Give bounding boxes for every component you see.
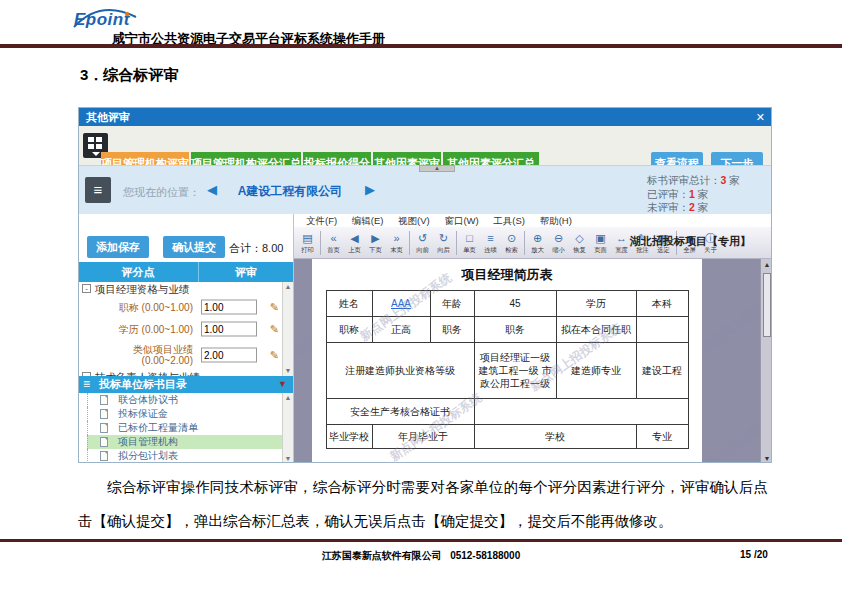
tree-item[interactable]: 拟分包计划表 — [87, 449, 282, 463]
bid-doc-tree-header[interactable]: ≡ 投标单位标书目录 ▼ — [79, 376, 293, 393]
scroll-down-icon[interactable]: ▼ — [761, 455, 772, 462]
collapse-minus-icon[interactable]: - — [82, 284, 91, 293]
grid-dots — [88, 137, 103, 148]
dialog-titlebar: 其他评审 — [79, 108, 772, 126]
tab-strip: 项目管理机构评审 项目管理机构评分汇总 投标报价得分 其他因素评审 其他因素评分… — [79, 126, 772, 165]
menu-view[interactable]: 视图(V) — [398, 215, 430, 226]
page-scrollbar[interactable]: ▲ ▼ — [760, 259, 772, 463]
scroll-down-icon[interactable]: ▼ — [283, 454, 293, 463]
add-save-button[interactable]: 添加保存 — [87, 236, 149, 258]
scroll-down-icon[interactable]: ▼ — [283, 366, 293, 376]
context-bar: ≡ 您现在的位置： ◀ A建设工程有限公司 ▶ 标书评审总计：3 家 已评审：1… — [79, 165, 772, 214]
toolbar-separator — [524, 231, 525, 255]
col-review: 评审 — [198, 262, 293, 282]
last-page-icon[interactable]: »末页 — [386, 233, 407, 253]
menu-edit[interactable]: 编辑(E) — [352, 215, 384, 226]
next-company-icon[interactable]: ▶ — [365, 182, 375, 197]
bid-doc-tree: 联合体协议书 投标保证金 已标价工程量清单 项目管理机构 — [79, 393, 282, 463]
dialog-main: ▲ 添加保存 确认提交 合计：8.00 评分点 评审 - 项目经理资格与业绩 — [79, 214, 772, 463]
footer-company-line: 江苏国泰新点软件有限公司 0512-58188000 — [0, 549, 842, 563]
score-input[interactable] — [201, 300, 257, 315]
manual-page: Epoint 咸宁市公共资源电子交易平台评标系统操作手册 3．综合标评审 其他评… — [0, 0, 842, 595]
document-icon — [100, 395, 108, 405]
edit-pencil-icon[interactable]: ✎ — [270, 323, 279, 336]
section-heading: 3．综合标评审 — [80, 66, 178, 85]
menu-help[interactable]: 帮助(H) — [540, 215, 572, 226]
tree-item-selected[interactable]: 项目管理机构 — [87, 435, 282, 449]
close-icon[interactable]: ✕ — [756, 108, 765, 126]
stat-unreviewed: 未评审：2 家 — [647, 201, 765, 215]
total-score: 合计：8.00 — [229, 241, 283, 256]
stat-total: 标书评审总计：3 家 — [647, 174, 765, 188]
search-icon[interactable]: ⊙检索 — [501, 233, 522, 253]
footer-phone: 0512-58188000 — [450, 550, 520, 561]
edit-pencil-icon[interactable]: ✎ — [270, 301, 279, 314]
tree-item[interactable]: 已标价工程量清单 — [87, 421, 282, 435]
score-group-row[interactable]: - 项目经理资格与业绩 — [79, 282, 293, 296]
chevron-down-icon[interactable]: ▼ — [278, 376, 287, 393]
viewer-menubar: 文件(F) 编辑(E) 视图(V) 窗口(W) 工具(S) 帮助(H) — [294, 214, 772, 227]
table-row: 注册建造师执业资格等级 项目经理证一级 建筑工程一级 市政公用工程一级 建造师专… — [326, 343, 688, 399]
document-icon — [100, 409, 108, 419]
collapse-handle-icon[interactable]: ▲ — [419, 165, 455, 172]
continuous-icon[interactable]: ≡连续 — [480, 233, 501, 253]
score-row: 类似项目业绩 (0.00~2.00) ✎ — [79, 340, 293, 370]
score-row: 职称 (0.00~1.00) ✎ — [79, 296, 293, 318]
score-row: 学历 (0.00~1.00) ✎ — [79, 318, 293, 340]
first-page-icon[interactable]: «首页 — [323, 233, 344, 253]
score-rows: - 项目经理资格与业绩 职称 (0.00~1.00) ✎ 学历 (0.00~1.… — [79, 282, 293, 376]
confirm-submit-button[interactable]: 确认提交 — [163, 236, 225, 258]
document-page: 新点网上招投标系统 新点网上招投标系统 新点网上招投标系统 项目经理简历表 姓名… — [312, 259, 702, 463]
body-paragraph: 综合标评审操作同技术标评审，综合标评分时需要对各家单位的每个评分因素进行评分，评… — [78, 470, 768, 538]
document-icon — [100, 437, 108, 447]
document-viewer: 文件(F) 编辑(E) 视图(V) 窗口(W) 工具(S) 帮助(H) ▤打印 … — [294, 214, 772, 463]
next-page-icon[interactable]: ▶下页 — [365, 233, 386, 253]
stat-reviewed: 已评审：1 家 — [647, 188, 765, 202]
tree-scrollbar[interactable]: ▲ ▼ — [282, 393, 293, 463]
document-icon — [100, 423, 108, 433]
table-row: 职称 正高 职务 职务 拟在本合同任职 — [326, 317, 688, 343]
toolbar-separator — [320, 231, 321, 255]
name-link[interactable]: AAA — [372, 291, 430, 317]
resume-table: 姓名 AAA 年龄 45 学历 本科 职称 正高 职务 — [326, 290, 689, 449]
footer-page-number: 15 /20 — [740, 549, 768, 560]
scrollbar-thumb[interactable] — [763, 273, 771, 337]
dialog-title: 其他评审 — [86, 111, 130, 123]
forward-icon[interactable]: ↻向后 — [433, 233, 454, 253]
score-input[interactable] — [201, 322, 257, 337]
toolbar-separator — [409, 231, 410, 255]
edit-pencil-icon[interactable]: ✎ — [270, 349, 279, 362]
scroll-up-icon[interactable]: ▲ — [283, 282, 293, 292]
zoom-in-icon[interactable]: ⊕放大 — [527, 233, 548, 253]
scroll-up-icon[interactable]: ▲ — [761, 261, 772, 268]
location-label: 您现在的位置： — [123, 185, 200, 200]
zoom-out-icon[interactable]: ⊖缩小 — [548, 233, 569, 253]
prev-company-icon[interactable]: ◀ — [207, 182, 217, 197]
table-row: 姓名 AAA 年龄 45 学历 本科 — [326, 291, 688, 317]
tree-item[interactable]: 投标保证金 — [87, 407, 282, 421]
col-score-point: 评分点 — [79, 262, 197, 282]
fit-width-icon[interactable]: ↔宽度 — [611, 233, 632, 253]
document-area: 新点网上招投标系统 新点网上招投标系统 新点网上招投标系统 新点网上招投标系统 … — [294, 259, 772, 463]
resume-table-title: 项目经理简历表 — [312, 266, 702, 284]
restore-icon[interactable]: ◇恢复 — [569, 233, 590, 253]
score-scrollbar[interactable]: ▲ ▼ — [282, 282, 293, 376]
footer-company: 江苏国泰新点软件有限公司 — [322, 550, 442, 561]
prev-page-icon[interactable]: ◀上页 — [344, 233, 365, 253]
menu-file[interactable]: 文件(F) — [306, 215, 337, 226]
fit-page-icon[interactable]: ▣页面 — [590, 233, 611, 253]
menu-tools[interactable]: 工具(S) — [493, 215, 525, 226]
other-review-dialog: 其他评审 ✕ 项目管理机构评审 项目管理机构评分汇总 投标报价得分 其他因素评审… — [78, 107, 772, 463]
single-page-icon[interactable]: □单页 — [459, 233, 480, 253]
back-icon[interactable]: ↺向前 — [412, 233, 433, 253]
table-row: 安全生产考核合格证书 — [326, 399, 688, 425]
print-icon[interactable]: ▤打印 — [297, 233, 318, 253]
grid-caret — [92, 152, 100, 156]
scroll-up-icon[interactable]: ▲ — [283, 393, 293, 403]
header-rule — [0, 44, 842, 48]
score-input[interactable] — [201, 348, 257, 363]
menu-hamburger-icon[interactable]: ≡ — [85, 177, 111, 203]
menu-window[interactable]: 窗口(W) — [444, 215, 478, 226]
score-panel: 添加保存 确认提交 合计：8.00 评分点 评审 - 项目经理资格与业绩 职称 … — [79, 214, 294, 463]
tree-item[interactable]: 联合体协议书 — [87, 393, 282, 407]
